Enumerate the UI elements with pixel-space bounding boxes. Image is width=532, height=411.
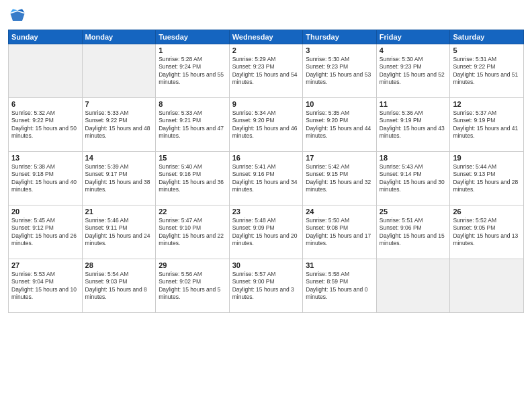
cell-details: Sunrise: 5:47 AMSunset: 9:10 PMDaylight:… (159, 217, 226, 248)
day-header-wednesday: Wednesday (229, 30, 303, 44)
cell-details: Sunrise: 5:57 AMSunset: 9:00 PMDaylight:… (232, 271, 300, 302)
cell-details: Sunrise: 5:30 AMSunset: 9:23 PMDaylight:… (306, 56, 373, 87)
calendar-cell: 18Sunrise: 5:43 AMSunset: 9:14 PMDayligh… (376, 152, 450, 205)
cell-details: Sunrise: 5:58 AMSunset: 8:59 PMDaylight:… (306, 271, 373, 302)
cell-details: Sunrise: 5:29 AMSunset: 9:23 PMDaylight:… (232, 56, 300, 87)
cell-details: Sunrise: 5:45 AMSunset: 9:12 PMDaylight:… (11, 217, 79, 248)
calendar-cell (376, 259, 450, 313)
day-number: 31 (306, 261, 373, 269)
day-number: 13 (11, 154, 79, 162)
calendar-cell: 9Sunrise: 5:34 AMSunset: 9:20 PMDaylight… (229, 98, 303, 152)
day-number: 3 (306, 46, 373, 54)
cell-details: Sunrise: 5:33 AMSunset: 9:21 PMDaylight:… (159, 109, 226, 140)
calendar-cell: 4Sunrise: 5:30 AMSunset: 9:23 PMDaylight… (376, 44, 450, 98)
day-number: 25 (380, 208, 447, 216)
day-number: 8 (159, 100, 226, 108)
calendar: SundayMondayTuesdayWednesdayThursdayFrid… (8, 30, 524, 313)
day-header-thursday: Thursday (303, 30, 377, 44)
cell-details: Sunrise: 5:40 AMSunset: 9:16 PMDaylight:… (159, 163, 226, 194)
cell-details: Sunrise: 5:52 AMSunset: 9:05 PMDaylight:… (453, 217, 521, 248)
cell-details: Sunrise: 5:37 AMSunset: 9:19 PMDaylight:… (453, 109, 521, 140)
week-row-4: 20Sunrise: 5:45 AMSunset: 9:12 PMDayligh… (9, 205, 524, 259)
calendar-cell: 2Sunrise: 5:29 AMSunset: 9:23 PMDaylight… (229, 44, 303, 98)
calendar-cell: 11Sunrise: 5:36 AMSunset: 9:19 PMDayligh… (376, 98, 450, 152)
cell-details: Sunrise: 5:28 AMSunset: 9:24 PMDaylight:… (159, 56, 226, 87)
day-header-saturday: Saturday (450, 30, 524, 44)
calendar-cell: 3Sunrise: 5:30 AMSunset: 9:23 PMDaylight… (303, 44, 377, 98)
calendar-cell: 7Sunrise: 5:33 AMSunset: 9:22 PMDaylight… (82, 98, 156, 152)
day-number: 22 (159, 208, 226, 216)
day-number: 27 (11, 261, 79, 269)
calendar-cell (82, 44, 156, 98)
day-number: 1 (159, 46, 226, 54)
logo-icon (8, 7, 27, 26)
week-row-5: 27Sunrise: 5:53 AMSunset: 9:04 PMDayligh… (9, 259, 524, 313)
day-number: 19 (453, 154, 521, 162)
cell-details: Sunrise: 5:41 AMSunset: 9:16 PMDaylight:… (232, 163, 300, 194)
cell-details: Sunrise: 5:39 AMSunset: 9:17 PMDaylight:… (85, 163, 153, 194)
calendar-header-row: SundayMondayTuesdayWednesdayThursdayFrid… (9, 30, 524, 44)
calendar-cell: 23Sunrise: 5:48 AMSunset: 9:09 PMDayligh… (229, 205, 303, 259)
day-header-sunday: Sunday (9, 30, 83, 44)
cell-details: Sunrise: 5:43 AMSunset: 9:14 PMDaylight:… (380, 163, 447, 194)
day-number: 10 (306, 100, 373, 108)
calendar-cell: 26Sunrise: 5:52 AMSunset: 9:05 PMDayligh… (450, 205, 524, 259)
cell-details: Sunrise: 5:32 AMSunset: 9:22 PMDaylight:… (11, 109, 79, 140)
day-number: 14 (85, 154, 153, 162)
day-number: 6 (11, 100, 79, 108)
day-number: 11 (380, 100, 447, 108)
day-number: 26 (453, 208, 521, 216)
calendar-cell: 15Sunrise: 5:40 AMSunset: 9:16 PMDayligh… (156, 152, 230, 205)
week-row-1: 1Sunrise: 5:28 AMSunset: 9:24 PMDaylight… (9, 44, 524, 98)
cell-details: Sunrise: 5:50 AMSunset: 9:08 PMDaylight:… (306, 217, 373, 248)
calendar-cell: 24Sunrise: 5:50 AMSunset: 9:08 PMDayligh… (303, 205, 377, 259)
calendar-cell: 12Sunrise: 5:37 AMSunset: 9:19 PMDayligh… (450, 98, 524, 152)
day-number: 17 (306, 154, 373, 162)
day-number: 24 (306, 208, 373, 216)
day-number: 23 (232, 208, 300, 216)
cell-details: Sunrise: 5:51 AMSunset: 9:06 PMDaylight:… (380, 217, 447, 248)
calendar-cell: 5Sunrise: 5:31 AMSunset: 9:22 PMDaylight… (450, 44, 524, 98)
page: SundayMondayTuesdayWednesdayThursdayFrid… (0, 0, 532, 411)
day-number: 4 (380, 46, 447, 54)
calendar-cell: 22Sunrise: 5:47 AMSunset: 9:10 PMDayligh… (156, 205, 230, 259)
cell-details: Sunrise: 5:44 AMSunset: 9:13 PMDaylight:… (453, 163, 521, 194)
day-header-tuesday: Tuesday (156, 30, 230, 44)
day-number: 2 (232, 46, 300, 54)
cell-details: Sunrise: 5:34 AMSunset: 9:20 PMDaylight:… (232, 109, 300, 140)
day-number: 7 (85, 100, 153, 108)
calendar-cell: 14Sunrise: 5:39 AMSunset: 9:17 PMDayligh… (82, 152, 156, 205)
calendar-cell: 6Sunrise: 5:32 AMSunset: 9:22 PMDaylight… (9, 98, 83, 152)
calendar-cell: 17Sunrise: 5:42 AMSunset: 9:15 PMDayligh… (303, 152, 377, 205)
day-number: 28 (85, 261, 153, 269)
calendar-cell: 28Sunrise: 5:54 AMSunset: 9:03 PMDayligh… (82, 259, 156, 313)
calendar-cell: 8Sunrise: 5:33 AMSunset: 9:21 PMDaylight… (156, 98, 230, 152)
cell-details: Sunrise: 5:46 AMSunset: 9:11 PMDaylight:… (85, 217, 153, 248)
cell-details: Sunrise: 5:53 AMSunset: 9:04 PMDaylight:… (11, 271, 79, 302)
cell-details: Sunrise: 5:35 AMSunset: 9:20 PMDaylight:… (306, 109, 373, 140)
day-number: 15 (159, 154, 226, 162)
cell-details: Sunrise: 5:31 AMSunset: 9:22 PMDaylight:… (453, 56, 521, 87)
cell-details: Sunrise: 5:48 AMSunset: 9:09 PMDaylight:… (232, 217, 300, 248)
calendar-cell (450, 259, 524, 313)
day-number: 21 (85, 208, 153, 216)
calendar-cell: 16Sunrise: 5:41 AMSunset: 9:16 PMDayligh… (229, 152, 303, 205)
logo (8, 7, 30, 26)
calendar-cell: 27Sunrise: 5:53 AMSunset: 9:04 PMDayligh… (9, 259, 83, 313)
cell-details: Sunrise: 5:30 AMSunset: 9:23 PMDaylight:… (380, 56, 447, 87)
cell-details: Sunrise: 5:38 AMSunset: 9:18 PMDaylight:… (11, 163, 79, 194)
cell-details: Sunrise: 5:54 AMSunset: 9:03 PMDaylight:… (85, 271, 153, 302)
calendar-cell: 10Sunrise: 5:35 AMSunset: 9:20 PMDayligh… (303, 98, 377, 152)
calendar-cell: 30Sunrise: 5:57 AMSunset: 9:00 PMDayligh… (229, 259, 303, 313)
calendar-cell: 31Sunrise: 5:58 AMSunset: 8:59 PMDayligh… (303, 259, 377, 313)
day-number: 5 (453, 46, 521, 54)
calendar-cell: 20Sunrise: 5:45 AMSunset: 9:12 PMDayligh… (9, 205, 83, 259)
calendar-cell: 19Sunrise: 5:44 AMSunset: 9:13 PMDayligh… (450, 152, 524, 205)
day-number: 9 (232, 100, 300, 108)
day-number: 18 (380, 154, 447, 162)
cell-details: Sunrise: 5:42 AMSunset: 9:15 PMDaylight:… (306, 163, 373, 194)
day-header-friday: Friday (376, 30, 450, 44)
day-number: 30 (232, 261, 300, 269)
calendar-cell: 21Sunrise: 5:46 AMSunset: 9:11 PMDayligh… (82, 205, 156, 259)
calendar-cell (9, 44, 83, 98)
